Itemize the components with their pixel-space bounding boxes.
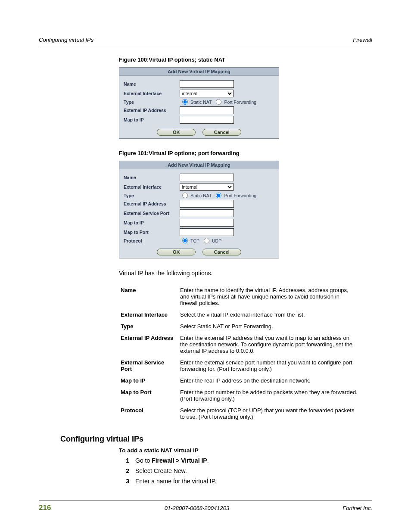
- label-mapip: Map to IP: [124, 220, 180, 225]
- step-1: Go to Firewall > Virtual IP.: [135, 457, 209, 464]
- option-name: Protocol: [119, 404, 178, 423]
- radio-static-nat[interactable]: [182, 193, 188, 198]
- option-name: External IP Address: [119, 332, 178, 357]
- external-service-port-input[interactable]: [180, 209, 234, 217]
- radio-port-forwarding[interactable]: [216, 193, 221, 198]
- option-name: External Interface: [119, 309, 178, 320]
- page-number: 216: [39, 504, 65, 512]
- doc-id: 01-28007-0068-20041203: [65, 505, 329, 511]
- ok-button[interactable]: OK: [157, 249, 196, 255]
- procedure-heading: To add a static NAT virtual IP: [119, 447, 372, 454]
- option-desc: Select the virtual IP external interface…: [178, 309, 360, 320]
- cancel-button[interactable]: Cancel: [202, 249, 241, 255]
- table-row: Map to IPEnter the real IP address on th…: [119, 375, 360, 386]
- table-row: External Service PortEnter the external …: [119, 357, 360, 375]
- step-3: Enter a name for the virtual IP.: [135, 478, 216, 485]
- external-ip-input[interactable]: [180, 106, 234, 114]
- external-interface-select[interactable]: internal: [180, 90, 234, 97]
- label-extip: External IP Address: [124, 201, 180, 206]
- radio-static-nat[interactable]: [182, 99, 188, 105]
- cancel-button[interactable]: Cancel: [202, 129, 241, 136]
- label-type: Type: [124, 193, 180, 198]
- map-to-ip-input[interactable]: [180, 116, 234, 124]
- label-proto: Protocol: [124, 238, 180, 243]
- radio-tcp[interactable]: [182, 238, 188, 243]
- option-name: Name: [119, 284, 178, 309]
- ok-button[interactable]: OK: [157, 129, 196, 136]
- option-desc: Enter the name to identify the virtual I…: [178, 284, 360, 309]
- option-name: Map to IP: [119, 375, 178, 386]
- section-heading: Configuring virtual IPs: [60, 435, 372, 444]
- table-row: External IP AddressEnter the external IP…: [119, 332, 360, 357]
- label-extip: External IP Address: [124, 108, 180, 113]
- table-row: External InterfaceSelect the virtual IP …: [119, 309, 360, 320]
- label-extport: External Service Port: [124, 211, 180, 216]
- option-name: Map to Port: [119, 386, 178, 404]
- map-to-ip-input[interactable]: [180, 219, 234, 227]
- dialog-title: Add New Virtual IP Mapping: [119, 68, 279, 76]
- external-ip-input[interactable]: [180, 200, 234, 208]
- label-name: Name: [124, 175, 180, 180]
- table-row: TypeSelect Static NAT or Port Forwarding…: [119, 320, 360, 332]
- table-row: ProtocolSelect the protocol (TCP or UDP)…: [119, 404, 360, 423]
- table-row: NameEnter the name to identify the virtu…: [119, 284, 360, 309]
- external-interface-select[interactable]: internal: [180, 183, 234, 191]
- label-type: Type: [124, 100, 180, 105]
- intro-text: Virtual IP has the following options.: [119, 270, 372, 277]
- name-input[interactable]: [180, 174, 234, 181]
- option-desc: Enter the external IP address that you w…: [178, 332, 360, 357]
- option-name: External Service Port: [119, 357, 178, 375]
- page-footer: 216 01-28007-0068-20041203 Fortinet Inc.: [39, 501, 372, 512]
- company-name: Fortinet Inc.: [329, 505, 372, 511]
- label-name: Name: [124, 81, 180, 87]
- label-extif: External Interface: [124, 184, 180, 190]
- label-extif: External Interface: [124, 91, 180, 96]
- step-2: Select Create New.: [135, 467, 187, 474]
- dialog-title: Add New Virtual IP Mapping: [119, 161, 279, 169]
- name-input[interactable]: [180, 80, 234, 88]
- label-mapip: Map to IP: [124, 117, 180, 122]
- figure-100-caption: Figure 100:Virtual IP options; static NA…: [119, 56, 372, 63]
- steps-list: 1 Go to Firewall > Virtual IP. 2Select C…: [119, 457, 372, 485]
- option-desc: Select Static NAT or Port Forwarding.: [178, 320, 360, 332]
- label-mapport: Map to Port: [124, 230, 180, 235]
- option-desc: Enter the real IP address on the destina…: [178, 375, 360, 386]
- option-desc: Enter the external service port number t…: [178, 357, 360, 375]
- radio-port-forwarding[interactable]: [216, 99, 221, 105]
- dialog-port-forwarding: Add New Virtual IP Mapping Name External…: [119, 161, 279, 258]
- header-right: Firewall: [353, 37, 372, 43]
- table-row: Map to PortEnter the port number to be a…: [119, 386, 360, 404]
- options-table: NameEnter the name to identify the virtu…: [119, 284, 360, 423]
- header-left: Configuring virtual IPs: [39, 37, 93, 43]
- map-to-port-input[interactable]: [180, 228, 234, 236]
- option-desc: Enter the port number to be added to pac…: [178, 386, 360, 404]
- dialog-static-nat: Add New Virtual IP Mapping Name External…: [119, 67, 279, 139]
- option-desc: Select the protocol (TCP or UDP) that yo…: [178, 404, 360, 423]
- running-header: Configuring virtual IPs Firewall: [39, 37, 372, 45]
- radio-udp[interactable]: [204, 238, 209, 243]
- option-name: Type: [119, 320, 178, 332]
- figure-101-caption: Figure 101:Virtual IP options; port forw…: [119, 150, 372, 156]
